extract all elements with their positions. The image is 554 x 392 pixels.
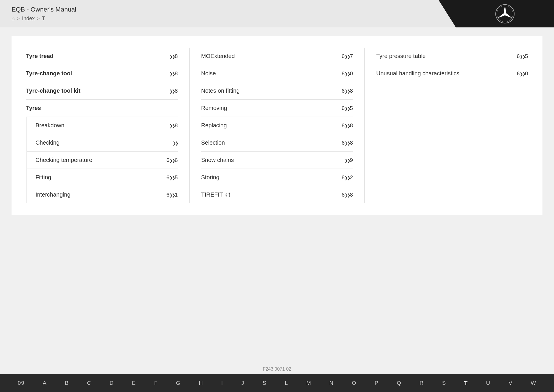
dbl-arrow-icon xyxy=(345,88,350,94)
dbl-arrow-icon xyxy=(169,70,175,77)
dbl-arrow-icon xyxy=(173,140,178,146)
footer-letter-c[interactable]: C xyxy=(84,378,95,389)
footer-letter-h[interactable]: H xyxy=(195,378,207,389)
document-id: F243 0071 02 xyxy=(263,367,291,372)
footer-letter-t[interactable]: T xyxy=(461,378,471,389)
document-title: EQB - Owner's Manual xyxy=(12,6,76,13)
entry-notes-on-fitting-label: Notes on fitting xyxy=(201,87,239,94)
header-left: EQB - Owner's Manual ⌂ > Index > T xyxy=(12,6,76,22)
entry-removing-label: Removing xyxy=(201,105,227,111)
entry-checking[interactable]: Checking xyxy=(27,134,178,152)
footer-letter-m[interactable]: M xyxy=(303,378,315,389)
breadcrumb: ⌂ > Index > T xyxy=(12,16,76,22)
dbl-arrow-icon xyxy=(169,157,175,163)
footer-letter-o[interactable]: O xyxy=(348,378,360,389)
entry-tyre-tread[interactable]: Tyre tread 8 xyxy=(26,48,178,65)
footer-letter-f[interactable]: F xyxy=(151,378,161,389)
entry-tyre-tread-page: 8 xyxy=(169,53,178,59)
entry-tyres[interactable]: Tyres xyxy=(26,100,178,117)
entry-noise-page: 60 xyxy=(342,70,353,77)
footer-letter-b[interactable]: B xyxy=(61,378,72,389)
home-icon[interactable]: ⌂ xyxy=(12,16,15,22)
breadcrumb-current: T xyxy=(42,16,45,22)
entry-unusual-handling-label: Unusual handling characteristics xyxy=(376,70,459,77)
entry-tirefit-kit-page: 68 xyxy=(342,192,353,198)
entry-snow-chains-page: 9 xyxy=(345,157,353,163)
footer-letter-e[interactable]: E xyxy=(128,378,139,389)
entry-unusual-handling-page: 60 xyxy=(517,70,528,77)
dbl-arrow-icon xyxy=(345,53,350,59)
dbl-arrow-icon xyxy=(169,122,175,129)
entry-replacing-label: Replacing xyxy=(201,122,227,129)
svg-marker-2 xyxy=(504,5,506,14)
entry-snow-chains[interactable]: Snow chains 9 xyxy=(201,152,353,169)
footer-letter-s2[interactable]: S xyxy=(439,378,450,389)
entry-moextended-label: MOExtended xyxy=(201,53,235,59)
dbl-arrow-icon xyxy=(169,174,175,181)
footer-letter-u[interactable]: U xyxy=(483,378,494,389)
footer-letter-r[interactable]: R xyxy=(416,378,427,389)
entry-snow-chains-label: Snow chains xyxy=(201,157,234,163)
entry-storing-label: Storing xyxy=(201,174,219,181)
dbl-arrow-icon xyxy=(345,122,350,129)
entry-tirefit-kit[interactable]: TIREFIT kit 68 xyxy=(201,186,353,203)
entry-breakdown-page: 8 xyxy=(169,122,178,129)
entry-moextended[interactable]: MOExtended 67 xyxy=(201,48,353,65)
entry-storing-page: 62 xyxy=(342,174,353,181)
entry-tyre-pressure-table-page: 65 xyxy=(517,53,528,59)
footer-letter-p[interactable]: P xyxy=(371,378,382,389)
entry-fitting-label: Fitting xyxy=(35,174,51,181)
entry-tirefit-kit-label: TIREFIT kit xyxy=(201,191,230,198)
tyres-sub-entries: Breakdown 8 Checking Checking temperatur… xyxy=(26,117,178,203)
footer-letter-s1[interactable]: S xyxy=(259,378,270,389)
entry-checking-temperature-page: 66 xyxy=(166,157,178,163)
entry-breakdown-label: Breakdown xyxy=(35,122,64,129)
footer-letter-09[interactable]: 09 xyxy=(14,378,28,389)
entry-tyre-pressure-table[interactable]: Tyre pressure table 65 xyxy=(376,48,528,65)
breadcrumb-index[interactable]: Index xyxy=(22,16,35,22)
footer-letter-n[interactable]: N xyxy=(326,378,337,389)
dbl-arrow-icon xyxy=(345,157,350,163)
entry-removing-page: 65 xyxy=(342,105,353,111)
header: EQB - Owner's Manual ⌂ > Index > T xyxy=(0,0,554,27)
entry-removing[interactable]: Removing 65 xyxy=(201,100,353,117)
footer-letter-d[interactable]: D xyxy=(106,378,117,389)
entry-breakdown[interactable]: Breakdown 8 xyxy=(27,117,178,134)
entry-selection[interactable]: Selection 68 xyxy=(201,134,353,152)
entry-storing[interactable]: Storing 62 xyxy=(201,169,353,186)
dbl-arrow-icon xyxy=(345,105,350,111)
dbl-arrow-icon xyxy=(520,53,525,59)
dbl-arrow-icon xyxy=(169,88,175,94)
entry-tyre-change-tool-label: Tyre-change tool xyxy=(26,70,72,77)
dbl-arrow-icon xyxy=(345,70,350,77)
footer-letter-g[interactable]: G xyxy=(173,378,184,389)
entry-tyres-label: Tyres xyxy=(26,105,41,111)
entry-tyre-change-tool[interactable]: Tyre-change tool 8 xyxy=(26,65,178,82)
footer-letter-j[interactable]: J xyxy=(238,378,248,389)
entry-selection-page: 68 xyxy=(342,140,353,146)
entry-notes-on-fitting[interactable]: Notes on fitting 68 xyxy=(201,82,353,100)
entry-noise[interactable]: Noise 60 xyxy=(201,65,353,82)
footer-letter-a[interactable]: A xyxy=(39,378,50,389)
entry-interchanging-page: 61 xyxy=(166,192,178,198)
mercedes-star-icon xyxy=(495,4,515,24)
entry-checking-label: Checking xyxy=(35,139,59,146)
entry-fitting[interactable]: Fitting 65 xyxy=(27,169,178,186)
dbl-arrow-icon xyxy=(169,192,175,198)
footer-letter-w[interactable]: W xyxy=(527,378,540,389)
breadcrumb-sep2: > xyxy=(37,16,40,21)
column-3: Tyre pressure table 65 Unusual handling … xyxy=(365,48,528,203)
entry-tyre-change-tool-kit[interactable]: Tyre-change tool kit 8 xyxy=(26,82,178,100)
entry-unusual-handling[interactable]: Unusual handling characteristics 60 xyxy=(376,65,528,82)
footer-letter-v[interactable]: V xyxy=(505,378,516,389)
entry-checking-temperature[interactable]: Checking temperature 66 xyxy=(27,152,178,169)
entry-replacing[interactable]: Replacing 68 xyxy=(201,117,353,134)
entry-selection-label: Selection xyxy=(201,139,225,146)
mercedes-logo[interactable] xyxy=(456,0,554,27)
footer-letter-i[interactable]: I xyxy=(218,378,227,389)
entry-moextended-page: 67 xyxy=(342,53,353,59)
footer-letter-l[interactable]: L xyxy=(281,378,292,389)
footer-letter-q[interactable]: Q xyxy=(393,378,405,389)
entry-tyre-change-tool-kit-page: 8 xyxy=(169,88,178,94)
entry-interchanging[interactable]: Interchanging 61 xyxy=(27,186,178,203)
